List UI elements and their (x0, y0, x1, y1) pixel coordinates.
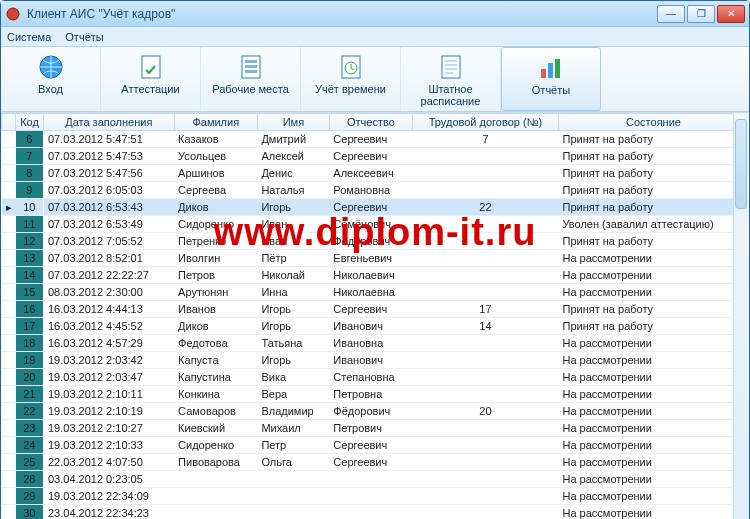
cell-fam: Конкина (174, 386, 257, 403)
cell-fam: Иволгин (174, 250, 257, 267)
cell-state: Принят на работу (558, 318, 748, 335)
cell-fam: Сергеева (174, 182, 257, 199)
column-header[interactable]: Дата заполнения (44, 114, 175, 131)
cell-contract (412, 250, 558, 267)
row-marker (2, 420, 16, 437)
cell-otch: Петровна (329, 386, 412, 403)
row-num: 7 (16, 148, 44, 165)
cell-date: 07.03.2012 5:47:53 (44, 148, 175, 165)
toolbar-doc-lines[interactable]: Штатное расписание (401, 47, 501, 111)
scrollbar-vertical[interactable] (733, 113, 749, 519)
row-num: 21 (16, 386, 44, 403)
close-button[interactable]: ✕ (717, 5, 745, 23)
table-row[interactable]: 807.03.2012 5:47:56АршиновДенисАлексееви… (2, 165, 749, 182)
table-row[interactable]: 2419.03.2012 2:10:33СидоренкоПетрСергеев… (2, 437, 749, 454)
table-row[interactable]: 1407.03.2012 22:22:27ПетровНиколайНикола… (2, 267, 749, 284)
toolbar-doc-grid[interactable]: Рабочие места (201, 47, 301, 111)
cell-name: Дмитрий (257, 131, 329, 148)
svg-rect-6 (245, 70, 257, 73)
table-row[interactable]: 3023.04.2012 22:34:23На рассмотрении (2, 505, 749, 520)
table-row[interactable]: 1919.03.2012 2:03:42КапустаИгорьИванович… (2, 352, 749, 369)
cell-date: 07.03.2012 8:52:01 (44, 250, 175, 267)
table-row[interactable]: 1616.03.2012 4:44:13ИвановИгорьСергеевич… (2, 301, 749, 318)
cell-state: Принят на работу (558, 131, 748, 148)
column-header[interactable]: Состояние (558, 114, 748, 131)
cell-otch: Сергеевич (329, 199, 412, 216)
row-marker (2, 148, 16, 165)
table-row[interactable]: 1716.03.2012 4:45:52ДиковИгорьИванович14… (2, 318, 749, 335)
table-row[interactable]: 2019.03.2012 2:03:47КапустинаВикаСтепано… (2, 369, 749, 386)
cell-fam: Капустина (174, 369, 257, 386)
column-header[interactable]: Трудовой договор (№) (412, 114, 558, 131)
cell-contract (412, 386, 558, 403)
row-num: 8 (16, 165, 44, 182)
cell-date: 03.04.2012 0:23:05 (44, 471, 175, 488)
table-row[interactable]: 907.03.2012 6:05:03СергееваНатальяРомано… (2, 182, 749, 199)
row-marker (2, 131, 16, 148)
row-marker (2, 318, 16, 335)
cell-state: Уволен (завалил аттестацию) (558, 216, 748, 233)
toolbar-label: Отчёты (506, 84, 596, 96)
table-row[interactable]: 1107.03.2012 6:53:49СидоренкоИванСемёнов… (2, 216, 749, 233)
column-header[interactable]: Отчество (329, 114, 412, 131)
row-num: 19 (16, 352, 44, 369)
table-row[interactable]: 2522.03.2012 4:07:50ПивовароваОльгаСерге… (2, 454, 749, 471)
table-row[interactable]: 2219.03.2012 2:10:19СамоваровВладимирФёд… (2, 403, 749, 420)
cell-state: На рассмотрении (558, 386, 748, 403)
cell-contract (412, 216, 558, 233)
cell-otch: Сергеевич (329, 148, 412, 165)
table-row[interactable]: ▸1007.03.2012 6:53:43ДиковИгорьСергеевич… (2, 199, 749, 216)
cell-date: 19.03.2012 2:10:27 (44, 420, 175, 437)
table-row[interactable]: 1207.03.2012 7:05:52ПетренкоИванФёдорови… (2, 233, 749, 250)
cell-fam: Аршинов (174, 165, 257, 182)
menu-system[interactable]: Система (7, 31, 51, 43)
table-row[interactable]: 1307.03.2012 8:52:01ИволгинПётрЕвгеньеви… (2, 250, 749, 267)
minimize-button[interactable]: — (657, 5, 685, 23)
toolbar-doc-time[interactable]: Учёт времени (301, 47, 401, 111)
table-row[interactable]: 2803.04.2012 0:23:05На рассмотрении (2, 471, 749, 488)
cell-contract: 20 (412, 403, 558, 420)
toolbar-label: Аттестации (105, 83, 196, 95)
cell-date: 19.03.2012 2:10:19 (44, 403, 175, 420)
cell-state: На рассмотрении (558, 267, 748, 284)
row-num: 13 (16, 250, 44, 267)
globe-icon (37, 53, 65, 81)
cell-date: 16.03.2012 4:44:13 (44, 301, 175, 318)
table-row[interactable]: 607.03.2012 5:47:51КазаковДмитрийСергеев… (2, 131, 749, 148)
toolbar-label: Штатное расписание (405, 83, 496, 107)
cell-name: Вика (257, 369, 329, 386)
column-header[interactable]: Имя (257, 114, 329, 131)
toolbar-chart[interactable]: Отчёты (501, 47, 601, 111)
cell-date: 07.03.2012 6:53:43 (44, 199, 175, 216)
cell-otch: Сергеевич (329, 301, 412, 318)
cell-date: 23.04.2012 22:34:23 (44, 505, 175, 520)
table-row[interactable]: 1816.03.2012 4:57:29ФедотоваТатьянаИвано… (2, 335, 749, 352)
cell-date: 08.03.2012 2:30:00 (44, 284, 175, 301)
cell-state: На рассмотрении (558, 250, 748, 267)
cell-date: 19.03.2012 2:03:47 (44, 369, 175, 386)
cell-state: На рассмотрении (558, 352, 748, 369)
table-row[interactable]: 707.03.2012 5:47:53УсольцевАлексейСергее… (2, 148, 749, 165)
row-marker (2, 471, 16, 488)
row-num: 23 (16, 420, 44, 437)
table-row[interactable]: 2119.03.2012 2:10:11КонкинаВераПетровнаН… (2, 386, 749, 403)
cell-contract (412, 454, 558, 471)
column-header[interactable]: Фамилия (174, 114, 257, 131)
cell-state: На рассмотрении (558, 403, 748, 420)
cell-date: 07.03.2012 6:05:03 (44, 182, 175, 199)
column-header[interactable]: Код (16, 114, 44, 131)
toolbar-globe[interactable]: Вход (1, 47, 101, 111)
table-row[interactable]: 1508.03.2012 2:30:00АрутюнянИннаНиколаев… (2, 284, 749, 301)
table-row[interactable]: 2319.03.2012 2:10:27КиевскийМихаилПетров… (2, 420, 749, 437)
scrollbar-thumb[interactable] (735, 119, 747, 209)
data-grid: КодДата заполненияФамилияИмяОтчествоТруд… (1, 112, 749, 519)
cell-fam: Петренко (174, 233, 257, 250)
svg-rect-9 (442, 56, 460, 78)
row-marker (2, 369, 16, 386)
menu-reports[interactable]: Отчёты (65, 31, 103, 43)
table-row[interactable]: 2919.03.2012 22:34:09На рассмотрении (2, 488, 749, 505)
cell-fam: Сидоренко (174, 437, 257, 454)
toolbar-doc-check[interactable]: Аттестации (101, 47, 201, 111)
cell-contract (412, 505, 558, 520)
maximize-button[interactable]: ❐ (687, 5, 715, 23)
